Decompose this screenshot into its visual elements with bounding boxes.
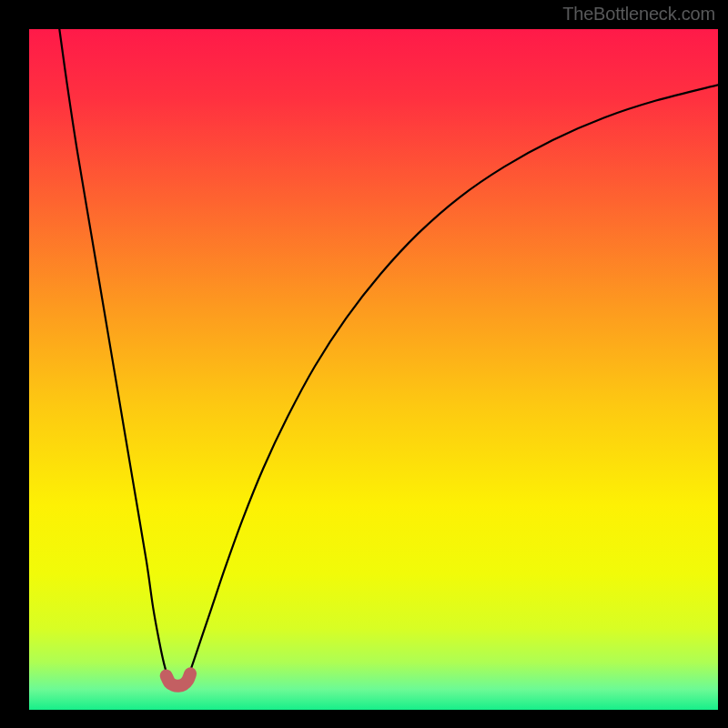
bottleneck-chart-canvas — [0, 0, 728, 728]
attribution-text: TheBottleneck.com — [562, 4, 715, 25]
chart-stage: TheBottleneck.com — [0, 0, 728, 728]
